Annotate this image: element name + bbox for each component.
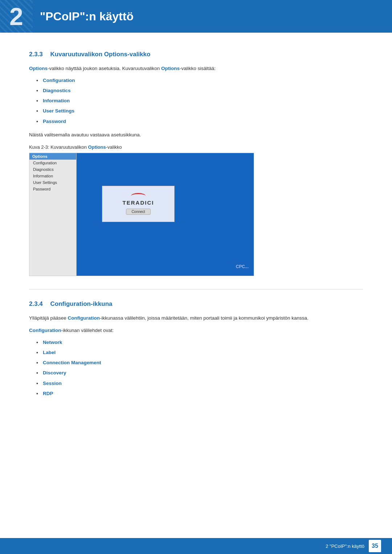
section-233-para1: Options-valikko näyttää joukon asetuksia… bbox=[29, 65, 363, 73]
list-item-user-settings: User Settings bbox=[36, 107, 363, 115]
section-234-number: 2.3.4 bbox=[29, 300, 43, 307]
chapter-title: "PCoIP":n käyttö bbox=[40, 10, 134, 23]
panel-item-diagnostics[interactable]: Diagnostics bbox=[29, 166, 76, 173]
panel-item-information[interactable]: Information bbox=[29, 173, 76, 179]
list-item-diagnostics: Diagnostics bbox=[36, 87, 363, 94]
options-link-1: Options bbox=[29, 66, 48, 71]
options-menu-list: Configuration Diagnostics Information Us… bbox=[36, 77, 363, 125]
section-divider bbox=[29, 289, 363, 290]
page-footer: 2 "PCoIP":n käyttö 35 bbox=[0, 538, 392, 554]
panel-item-user-settings[interactable]: User Settings bbox=[29, 179, 76, 186]
chapter-number-box: 2 bbox=[0, 0, 33, 33]
cpc-badge: CPC... bbox=[236, 264, 249, 269]
chapter-number: 2 bbox=[9, 4, 23, 29]
footer-chapter-label: 2 "PCoIP":n käyttö bbox=[326, 543, 364, 549]
teradici-arc-icon bbox=[131, 193, 146, 199]
configuration-link-1: Configuration bbox=[68, 315, 100, 321]
section-233-para2: Näistä valitsemalla avautuu vastaava ase… bbox=[29, 131, 363, 139]
list-item-password: Password bbox=[36, 118, 363, 125]
section-233-title: Kuvaruutuvalikon Options-valikko bbox=[50, 51, 151, 58]
options-side-panel: Options Configuration Diagnostics Inform… bbox=[29, 153, 77, 276]
caption-after: -valikko bbox=[106, 144, 122, 150]
options-link-2: Options bbox=[161, 66, 180, 71]
footer-page-number: 35 bbox=[369, 540, 381, 552]
list-item-discovery: Discovery bbox=[36, 369, 363, 377]
section-233-number: 2.3.3 bbox=[29, 51, 43, 58]
configuration-tabs-list: Network Label Connection Management Disc… bbox=[36, 339, 363, 398]
list-item-information: Information bbox=[36, 97, 363, 104]
section-234-para1: Ylläpitäjä pääsee Configuration-ikkunass… bbox=[29, 314, 363, 322]
panel-item-password[interactable]: Password bbox=[29, 186, 76, 192]
section-234-para2: Configuration-ikkunan välilehdet ovat: bbox=[29, 327, 363, 335]
section-233-para1-end: -valikko sisältää: bbox=[180, 66, 216, 71]
section-233-para1-mid: -valikko näyttää joukon asetuksia. Kuvar… bbox=[48, 66, 161, 71]
list-item-network: Network bbox=[36, 339, 363, 346]
caption-bold: Options bbox=[88, 144, 106, 150]
list-item-session: Session bbox=[36, 380, 363, 387]
page-header: 2 "PCoIP":n käyttö bbox=[0, 0, 392, 33]
para1-after1: -ikkunassa välilehtiin, joissa määritetä… bbox=[100, 315, 309, 321]
main-content: 2.3.3 Kuvaruutuvalikon Options-valikko O… bbox=[0, 33, 392, 425]
section-234-title: Configuration-ikkuna bbox=[50, 300, 113, 307]
section-233-heading: 2.3.3 Kuvaruutuvalikon Options-valikko bbox=[29, 51, 363, 58]
options-panel-header: Options bbox=[29, 153, 76, 160]
list-item-connection-management: Connection Management bbox=[36, 359, 363, 366]
list-item-label: Label bbox=[36, 349, 363, 356]
list-item-configuration: Configuration bbox=[36, 77, 363, 84]
connect-button[interactable]: Connect bbox=[126, 209, 150, 215]
list-item-rdp: RDP bbox=[36, 390, 363, 397]
screenshot-figure: Options Configuration Diagnostics Inform… bbox=[29, 153, 254, 276]
teradici-logo-text: TERADICI bbox=[123, 200, 154, 206]
figure-caption-233: Kuva 2-3: Kuvaruutuvalikon Options-valik… bbox=[29, 144, 363, 150]
section-234-heading: 2.3.4 Configuration-ikkuna bbox=[29, 300, 363, 308]
configuration-link-2: Configuration bbox=[29, 328, 61, 333]
caption-before: Kuva 2-3: Kuvaruutuvalikon bbox=[29, 144, 88, 150]
panel-item-configuration[interactable]: Configuration bbox=[29, 160, 76, 166]
para1-before: Ylläpitäjä pääsee bbox=[29, 315, 68, 321]
para2-after: -ikkunan välilehdet ovat: bbox=[61, 328, 114, 333]
teradici-connect-box: TERADICI Connect bbox=[102, 186, 175, 222]
